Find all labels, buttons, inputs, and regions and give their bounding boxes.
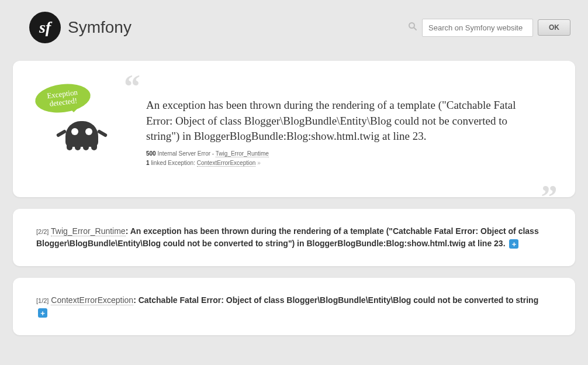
brand-name: Symfony	[68, 18, 132, 37]
trace-class-link[interactable]: Twig_Error_Runtime	[51, 226, 126, 236]
mascot-column: Exception detected!	[30, 78, 106, 168]
symfony-logo-icon: sf	[29, 12, 61, 43]
svg-line-1	[414, 27, 417, 30]
trace-index: [2/2]	[36, 228, 49, 235]
error-meta: 500 Internal Server Error - Twig_Error_R…	[146, 149, 540, 168]
linked-text: linked Exception:	[151, 160, 196, 166]
exception-summary-panel: Exception detected! “ An exception has b…	[13, 61, 575, 197]
error-class-link[interactable]: Twig_Error_Runtime	[216, 150, 269, 157]
message-column: “ An exception has been thrown during th…	[124, 78, 558, 168]
expand-icon[interactable]: +	[38, 308, 47, 318]
speech-bubble: Exception detected!	[33, 81, 92, 115]
ghost-mascot-icon	[65, 121, 98, 147]
logo-section: sf Symfony	[29, 12, 132, 43]
quote-close-icon: „	[541, 171, 558, 188]
trace-panel-1: [2/2] Twig_Error_Runtime: An exception h…	[13, 209, 575, 266]
trace-line: [1/2] ContextErrorException: Catchable F…	[36, 294, 552, 319]
search-input[interactable]	[422, 19, 533, 37]
expand-icon[interactable]: +	[509, 239, 518, 249]
chevron-right-icon: »	[257, 160, 261, 166]
search-submit-button[interactable]: OK	[538, 19, 570, 36]
svg-point-0	[409, 23, 414, 28]
trace-index: [1/2]	[36, 297, 49, 304]
header: sf Symfony OK	[0, 0, 588, 55]
status-text: Internal Server Error -	[157, 150, 215, 157]
error-message: An exception has been thrown during the …	[146, 98, 540, 144]
trace-class-link[interactable]: ContextErrorException	[51, 295, 133, 305]
linked-count: 1	[146, 160, 150, 166]
trace-line: [2/2] Twig_Error_Runtime: An exception h…	[36, 225, 552, 250]
quote-open-icon: “	[124, 78, 540, 95]
search-section: OK	[408, 19, 570, 37]
search-icon	[408, 22, 417, 34]
trace-message: : Catchable Fatal Error: Object of class…	[133, 295, 538, 305]
trace-panel-2: [1/2] ContextErrorException: Catchable F…	[13, 278, 575, 335]
linked-class-link[interactable]: ContextErrorException	[197, 160, 256, 167]
status-code: 500	[146, 150, 156, 157]
